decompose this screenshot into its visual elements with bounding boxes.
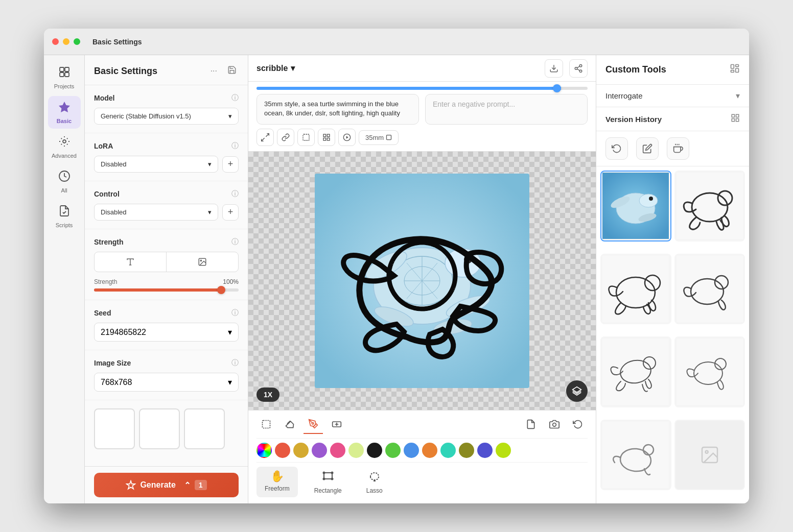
canvas-container[interactable]: 1X xyxy=(248,152,596,410)
play-tool-btn[interactable] xyxy=(338,129,356,146)
version-header: Version History xyxy=(596,107,749,131)
version-item-8[interactable] xyxy=(674,420,745,491)
color-swatch-purple[interactable] xyxy=(312,443,327,458)
version-item-5[interactable] xyxy=(600,336,671,407)
lora-add-button[interactable]: + xyxy=(222,156,239,173)
seed-info-icon[interactable]: ⓘ xyxy=(231,308,239,318)
save-icon[interactable] xyxy=(225,63,239,79)
version-icons xyxy=(596,131,749,166)
quality-pill[interactable]: 35mm xyxy=(359,130,399,145)
close-button[interactable] xyxy=(52,38,59,45)
brush-tool[interactable] xyxy=(304,415,323,434)
crop-tool-btn[interactable] xyxy=(256,129,274,146)
lora-label: LoRA xyxy=(94,142,113,150)
model-info-icon[interactable]: ⓘ xyxy=(231,93,239,103)
draw-mode-lasso[interactable]: Lasso xyxy=(358,467,391,497)
version-grid xyxy=(596,166,749,503)
layers-button[interactable] xyxy=(566,380,588,402)
svg-point-11 xyxy=(575,67,577,69)
strength-tab-image[interactable] xyxy=(167,252,238,272)
version-item-1[interactable] xyxy=(600,171,671,241)
grid-tool-btn[interactable] xyxy=(318,129,335,146)
seed-input[interactable]: 2194865822 ▾ xyxy=(94,323,239,342)
svg-point-10 xyxy=(579,64,582,67)
color-swatch-pink[interactable] xyxy=(330,443,345,458)
mask-tool[interactable] xyxy=(327,415,346,434)
strength-slider-value: 100% xyxy=(223,278,239,285)
checkerboard: 1X xyxy=(248,152,596,410)
color-swatch-lime-light[interactable] xyxy=(348,443,364,458)
color-swatch-yellow-green[interactable] xyxy=(496,443,511,458)
strength-section: Strength ⓘ xyxy=(85,229,248,300)
draw-mode-freeform[interactable]: ✋ Freeform xyxy=(256,467,298,497)
sidebar-item-all[interactable]: All xyxy=(48,165,81,198)
strength-info-icon[interactable]: ⓘ xyxy=(231,237,239,247)
color-swatch-blue[interactable] xyxy=(404,443,419,458)
link-tool-btn[interactable] xyxy=(277,129,294,146)
lora-info-icon[interactable]: ⓘ xyxy=(231,141,239,151)
color-swatch-olive[interactable] xyxy=(459,443,474,458)
version-item-2[interactable] xyxy=(674,171,745,241)
generate-button[interactable]: Generate ⌃ 1 xyxy=(94,473,239,497)
select-tool-btn[interactable] xyxy=(297,129,315,146)
model-label: Model xyxy=(94,94,114,102)
camera-tool[interactable] xyxy=(545,415,564,434)
image-size-select[interactable]: 768x768 ▾ xyxy=(94,373,239,392)
color-swatch-rainbow[interactable] xyxy=(256,443,272,458)
sidebar-item-projects[interactable]: Projects xyxy=(48,61,81,94)
svg-rect-24 xyxy=(387,135,391,140)
sidebar-item-advanced[interactable]: Advanced xyxy=(48,131,81,163)
panel-layout-icon[interactable] xyxy=(730,63,740,76)
minimize-button[interactable] xyxy=(63,38,69,45)
strength-slider[interactable] xyxy=(94,288,239,292)
size-previews xyxy=(85,400,248,457)
strength-tab-text[interactable] xyxy=(95,252,167,272)
color-swatch-teal[interactable] xyxy=(440,443,456,458)
version-item-4[interactable] xyxy=(674,254,745,325)
version-item-7[interactable] xyxy=(600,420,671,491)
interrogate-row[interactable]: Interrogate ▾ xyxy=(596,85,749,107)
version-history-icon-btn[interactable] xyxy=(605,137,628,160)
svg-point-5 xyxy=(63,140,66,143)
select-tool[interactable] xyxy=(256,415,276,434)
color-swatch-yellow[interactable] xyxy=(293,443,309,458)
version-item-6[interactable] xyxy=(674,336,745,407)
version-grid-icon[interactable] xyxy=(731,113,740,125)
version-item-3[interactable] xyxy=(600,254,671,325)
bottom-tools: ✋ Freeform Re xyxy=(248,410,596,503)
lora-select[interactable]: Disabled ▾ xyxy=(94,156,218,173)
color-swatch-black[interactable] xyxy=(367,443,382,458)
control-select[interactable]: Disabled ▾ xyxy=(94,204,218,221)
size-preview-1[interactable] xyxy=(94,408,135,449)
size-preview-3[interactable] xyxy=(184,408,225,449)
control-add-button[interactable]: + xyxy=(222,204,239,221)
image-size-info-icon[interactable]: ⓘ xyxy=(231,358,239,368)
project-name[interactable]: scribble ▾ xyxy=(256,63,295,73)
color-swatch-indigo[interactable] xyxy=(477,443,493,458)
color-swatch-green[interactable] xyxy=(385,443,401,458)
maximize-button[interactable] xyxy=(74,38,80,45)
draw-mode-rectangle[interactable]: Rectangle xyxy=(306,467,350,497)
eraser-tool[interactable] xyxy=(280,415,299,434)
color-swatch-orange[interactable] xyxy=(422,443,437,458)
quality-slider[interactable] xyxy=(256,87,588,90)
image-size-chevron-icon: ▾ xyxy=(228,377,232,387)
upload-tool[interactable] xyxy=(521,415,541,434)
history-tool[interactable] xyxy=(568,415,588,434)
sidebar-item-basic[interactable]: Basic xyxy=(48,96,81,129)
sidebar-item-scripts[interactable]: Scripts xyxy=(48,200,81,233)
more-options-icon[interactable]: ··· xyxy=(208,64,219,78)
size-preview-2[interactable] xyxy=(139,408,180,449)
share-button[interactable] xyxy=(569,59,588,78)
positive-prompt[interactable]: 35mm style, a sea turtle swimming in the… xyxy=(256,94,419,125)
version-edit-icon-btn[interactable] xyxy=(636,137,659,160)
right-panel-title: Custom Tools xyxy=(605,64,666,75)
model-select[interactable]: Generic (Stable Diffusion v1.5) ▾ xyxy=(94,108,239,125)
color-swatch-red[interactable] xyxy=(275,443,290,458)
negative-prompt[interactable]: Enter a negative prompt... xyxy=(425,94,588,125)
download-button[interactable] xyxy=(545,59,563,78)
control-info-icon[interactable]: ⓘ xyxy=(231,189,239,199)
advanced-icon xyxy=(58,135,71,151)
version-coffee-icon-btn[interactable] xyxy=(667,137,689,160)
app-window: Basic Settings Projects xyxy=(44,29,749,503)
